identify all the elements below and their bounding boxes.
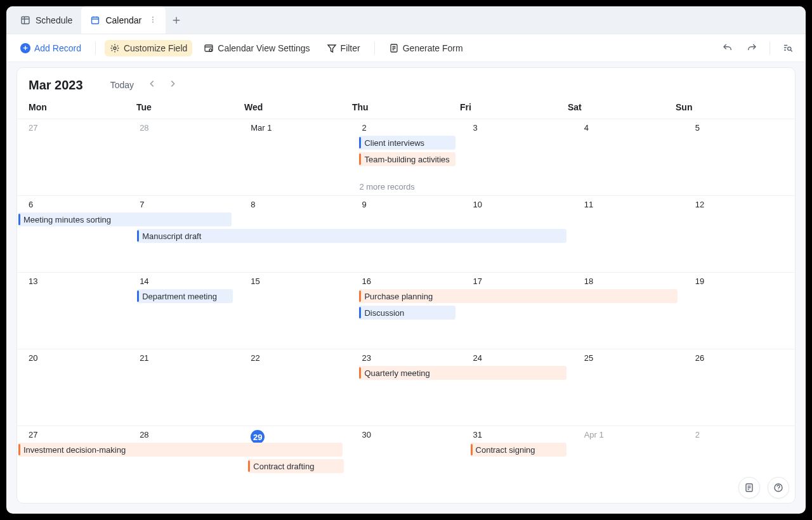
calendar-cell[interactable]: 4 — [573, 119, 684, 195]
calendar-cell[interactable]: 18 — [573, 273, 684, 349]
filter-label: Filter — [341, 43, 360, 53]
day-number: 30 — [350, 430, 461, 439]
weekday-label: Sat — [568, 102, 676, 112]
event-color-bar — [471, 444, 473, 455]
day-number: 20 — [17, 353, 128, 363]
day-number: 28 — [128, 123, 239, 133]
tab-menu-icon[interactable] — [149, 15, 157, 25]
prev-month-button[interactable] — [145, 77, 159, 93]
redo-button[interactable] — [743, 39, 761, 57]
calendar-event[interactable]: Discussion — [359, 306, 455, 320]
day-number: 25 — [573, 353, 684, 363]
search-records-button[interactable] — [779, 39, 797, 57]
calendar-cell[interactable]: 19 — [684, 273, 795, 349]
svg-rect-13 — [205, 45, 213, 51]
calendar-cell[interactable]: 23 — [350, 349, 461, 426]
calendar-event[interactable]: Manuscript draft — [137, 229, 566, 243]
add-record-label: Add Record — [34, 43, 81, 53]
calendar-cell[interactable]: 17 — [462, 273, 573, 349]
undo-button[interactable] — [719, 39, 737, 57]
customize-field-button[interactable]: Customize Field — [105, 40, 192, 56]
calendar-event[interactable]: Investment decision-making — [18, 443, 343, 457]
calendar-cell[interactable]: 28 — [128, 426, 239, 503]
calendar-cell[interactable]: 12 — [684, 196, 795, 272]
calendar-cell[interactable]: 15 — [239, 273, 350, 349]
day-number: 12 — [684, 200, 795, 209]
day-number: Mar 1 — [239, 123, 350, 133]
svg-rect-3 — [92, 17, 99, 24]
calendar-cell[interactable]: Apr 1 — [573, 426, 684, 503]
day-number: 26 — [684, 353, 795, 363]
calendar-cell[interactable]: Mar 1 — [239, 119, 350, 195]
event-title: Quarterly meeting — [364, 368, 429, 378]
event-title: Discussion — [364, 308, 404, 318]
day-number: 24 — [462, 353, 573, 363]
calendar-cell[interactable]: 3 — [462, 119, 573, 195]
calendar-event[interactable]: Quarterly meeting — [359, 366, 566, 380]
svg-point-30 — [778, 490, 778, 490]
calendar-cell[interactable]: 27 — [17, 119, 128, 195]
calendar-event[interactable]: Contract signing — [471, 443, 566, 457]
calendar-cell[interactable]: 21 — [128, 349, 239, 426]
event-title: Team-building activities — [364, 155, 449, 164]
calendar-event[interactable]: Department meeting — [137, 289, 233, 303]
plus-circle-icon: ＋ — [20, 43, 30, 53]
view-settings-button[interactable]: Calendar View Settings — [199, 40, 315, 56]
event-color-bar — [137, 290, 139, 302]
calendar-cell[interactable]: 13 — [17, 273, 128, 349]
calendar-cell[interactable]: 28 — [128, 119, 239, 195]
calendar-event[interactable]: Client interviews — [359, 136, 455, 150]
gear-icon — [110, 43, 120, 53]
view-settings-label: Calendar View Settings — [218, 43, 310, 53]
help-fab[interactable] — [768, 477, 789, 498]
event-title: Contract signing — [476, 445, 535, 455]
calendar-week: 20212223242526Quarterly meeting — [17, 349, 795, 426]
separator — [769, 42, 770, 55]
generate-form-button[interactable]: Generate Form — [384, 40, 468, 56]
day-number: 2 — [350, 123, 461, 133]
calendar-event[interactable]: Team-building activities — [359, 152, 455, 166]
tab-bar: Schedule Calendar — [6, 6, 806, 34]
calendar-event[interactable]: Purchase planning — [359, 289, 677, 303]
calendar-cell[interactable]: 25 — [573, 349, 684, 426]
day-number: 21 — [128, 353, 239, 363]
calendar-cell[interactable]: 31 — [462, 426, 573, 503]
calendar-event[interactable]: Meeting minutes sorting — [18, 212, 232, 226]
event-title: Investment decision-making — [23, 445, 126, 455]
next-month-button[interactable] — [166, 77, 180, 93]
customize-field-label: Customize Field — [124, 43, 187, 53]
notes-fab[interactable] — [738, 477, 760, 498]
calendar-cell[interactable]: 5 — [684, 119, 795, 195]
add-tab-button[interactable] — [166, 16, 187, 25]
calendar-cell[interactable]: 11 — [573, 196, 684, 272]
separator — [374, 42, 375, 55]
day-number: 31 — [462, 430, 573, 439]
day-number: 17 — [462, 276, 573, 286]
add-record-button[interactable]: ＋ Add Record — [15, 40, 86, 56]
tab-calendar[interactable]: Calendar — [81, 6, 166, 34]
toolbar: ＋ Add Record Customize Field Calendar Vi… — [6, 34, 806, 62]
day-number: 6 — [17, 200, 128, 209]
calendar-cell[interactable]: 22 — [239, 349, 350, 426]
day-number: 18 — [573, 276, 684, 286]
calendar-cell[interactable]: 26 — [684, 349, 795, 426]
day-number: 19 — [684, 276, 795, 286]
filter-button[interactable]: Filter — [322, 40, 365, 56]
event-title: Department meeting — [142, 292, 217, 301]
calendar-cell[interactable]: 27 — [17, 426, 128, 503]
day-number: 5 — [684, 123, 795, 133]
generate-form-label: Generate Form — [403, 43, 463, 53]
weekday-header: MonTueWedThuFriSatSun — [17, 98, 795, 119]
calendar-cell[interactable]: 20 — [17, 349, 128, 426]
tab-schedule[interactable]: Schedule — [11, 6, 81, 34]
calendar-week: 13141516171819Department meetingPurchase… — [17, 273, 795, 349]
today-button[interactable]: Today — [110, 80, 134, 90]
day-number: 2 — [684, 430, 795, 439]
calendar-cell[interactable]: 30 — [350, 426, 461, 503]
calendar-cell[interactable]: 24 — [462, 349, 573, 426]
calendar-event[interactable]: Contract drafting — [248, 459, 344, 473]
calendar-cell[interactable]: 14 — [128, 273, 239, 349]
calendar-settings-icon — [204, 43, 214, 53]
svg-point-12 — [114, 47, 116, 49]
calendar-cell[interactable]: 6 — [17, 196, 128, 272]
